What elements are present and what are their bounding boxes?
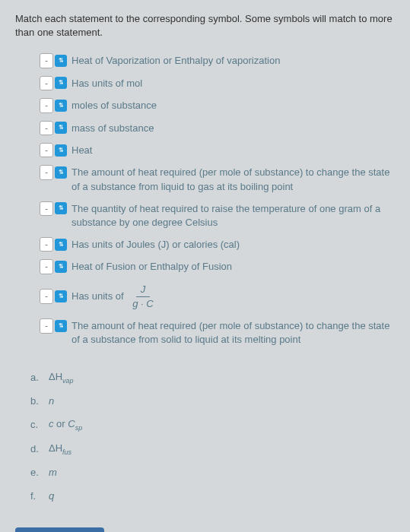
statement-row: - ⇅ The quantity of heat required to rai… (40, 201, 395, 230)
answer-option-e: e. m (30, 466, 395, 480)
chevron-up-down-icon: ⇅ (55, 77, 67, 89)
answer-symbol: ΔHvap (49, 370, 74, 385)
statement-row: - ⇅ moles of substance (40, 98, 395, 112)
select-value: - (40, 76, 53, 90)
answer-symbol: q (49, 489, 54, 503)
fraction-denominator: g · C (129, 297, 156, 311)
chevron-up-down-icon: ⇅ (55, 55, 67, 67)
statement-row: - ⇅ Heat of Fusion or Enthalpy of Fusion (40, 259, 395, 274)
answer-symbol: c or Csp (49, 417, 82, 432)
statement-text: Heat (72, 143, 395, 157)
select-value: - (40, 289, 53, 303)
answer-letter: c. (30, 418, 43, 432)
answer-letter: d. (30, 442, 43, 456)
statement-text: The amount of heat required (per mole of… (72, 165, 395, 193)
answer-symbol: n (49, 394, 54, 408)
statement-row: - ⇅ Heat (40, 143, 395, 157)
answer-letter: b. (30, 394, 43, 408)
match-select[interactable]: - ⇅ (40, 143, 67, 157)
statement-row: - ⇅ Has units of mol (40, 76, 395, 90)
match-select[interactable]: - ⇅ (40, 201, 67, 216)
chevron-up-down-icon: ⇅ (55, 122, 67, 134)
answer-letter: e. (30, 466, 43, 480)
select-value: - (40, 165, 53, 179)
chevron-up-down-icon: ⇅ (55, 290, 67, 302)
match-select[interactable]: - ⇅ (40, 237, 67, 252)
statement-row: - ⇅ The amount of heat required (per mol… (40, 165, 395, 193)
match-select[interactable]: - ⇅ (40, 53, 67, 68)
chevron-up-down-icon: ⇅ (55, 320, 67, 332)
chevron-up-down-icon: ⇅ (55, 144, 67, 157)
select-value: - (40, 143, 53, 157)
answer-option-a: a. ΔHvap (30, 370, 395, 385)
chevron-up-down-icon: ⇅ (55, 261, 67, 273)
answer-letter: f. (30, 489, 43, 503)
answer-symbol: m (49, 466, 57, 480)
chevron-up-down-icon: ⇅ (55, 239, 67, 251)
match-select[interactable]: - ⇅ (40, 121, 67, 135)
statement-text: Has units of Joules (J) or calories (cal… (72, 237, 395, 252)
statement-text: Heat of Fusion or Enthalpy of Fusion (72, 259, 395, 274)
select-value: - (40, 201, 53, 216)
statement-text: The amount of heat required (per mole of… (72, 318, 395, 347)
statement-row: - ⇅ mass of substance (40, 121, 395, 135)
answer-letter: a. (30, 371, 43, 385)
statement-row: - ⇅ Has units of Joules (J) or calories … (40, 237, 395, 252)
statement-text: The quantity of heat required to raise t… (72, 201, 395, 230)
match-select[interactable]: - ⇅ (40, 259, 67, 274)
chevron-up-down-icon: ⇅ (55, 166, 67, 179)
answer-option-f: f. q (30, 489, 395, 503)
select-value: - (40, 98, 53, 112)
answer-option-b: b. n (30, 394, 395, 408)
chevron-up-down-icon: ⇅ (55, 202, 67, 214)
select-value: - (40, 121, 53, 135)
match-select[interactable]: - ⇅ (40, 289, 67, 303)
units-prefix: Has units of (72, 290, 124, 302)
match-select[interactable]: - ⇅ (40, 76, 67, 90)
statement-row: - ⇅ Has units of J g · C (40, 282, 395, 311)
statement-text: moles of substance (72, 98, 395, 112)
answer-symbol: ΔHfus (49, 442, 72, 457)
answer-option-c: c. c or Csp (30, 417, 395, 432)
statement-text: Has units of mol (72, 76, 395, 90)
fraction: J g · C (129, 283, 156, 311)
instruction-text: Match each statement to the correspondin… (15, 12, 395, 40)
match-select[interactable]: - ⇅ (40, 165, 67, 179)
chevron-up-down-icon: ⇅ (55, 100, 67, 112)
statements-list: - ⇅ Heat of Vaporization or Enthalpy of … (15, 53, 395, 347)
fraction-numerator: J (136, 283, 151, 297)
statement-text: mass of substance (72, 121, 395, 135)
select-value: - (40, 237, 53, 252)
statement-text: Has units of J g · C (72, 282, 395, 311)
match-select[interactable]: - ⇅ (40, 98, 67, 112)
match-select[interactable]: - ⇅ (40, 318, 67, 333)
statement-text: Heat of Vaporization or Enthalpy of vapo… (72, 53, 395, 68)
statement-row: - ⇅ Heat of Vaporization or Enthalpy of … (40, 53, 395, 68)
answers-list: a. ΔHvap b. n c. c or Csp d. ΔHfus e. m … (15, 370, 395, 503)
statement-row: - ⇅ The amount of heat required (per mol… (40, 318, 395, 347)
select-value: - (40, 318, 53, 333)
select-value: - (40, 53, 53, 68)
answer-option-d: d. ΔHfus (30, 442, 395, 457)
submit-button[interactable]: Submit Question (15, 527, 104, 532)
select-value: - (40, 259, 53, 274)
